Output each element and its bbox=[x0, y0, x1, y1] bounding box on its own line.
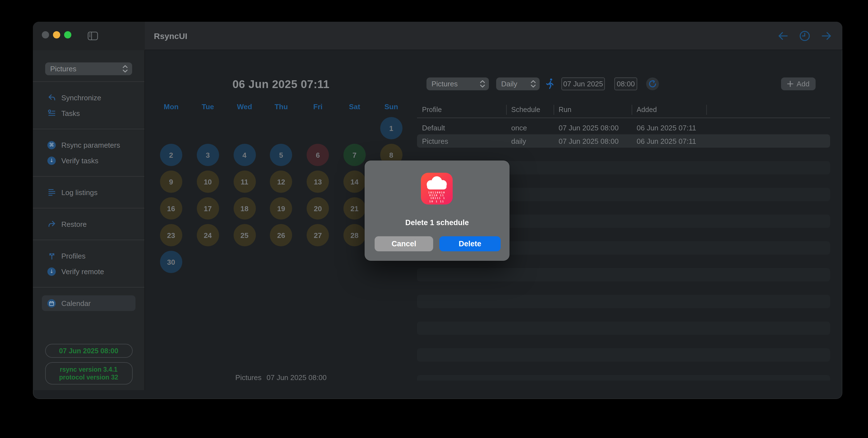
sidebar-section: ⌘Rsync parameters↓Verify tasks bbox=[33, 129, 145, 176]
dialog-buttons: Cancel Delete bbox=[375, 236, 501, 251]
add-schedule-button[interactable]: Add bbox=[781, 77, 815, 90]
calendar-day-16[interactable]: 16 bbox=[160, 197, 182, 220]
calendar-footer-datetime: 07 Jun 2025 08:00 bbox=[267, 373, 327, 382]
schedule-profile-select[interactable]: Pictures bbox=[427, 77, 489, 90]
sidebar-item-label: Log listings bbox=[61, 188, 98, 196]
cancel-button[interactable]: Cancel bbox=[375, 236, 433, 251]
add-button-label: Add bbox=[797, 80, 809, 88]
schedule-frequency-select-value: Daily bbox=[501, 80, 517, 88]
calendar-day-28[interactable]: 28 bbox=[343, 224, 366, 246]
sidebar-item-tasks[interactable]: Tasks bbox=[42, 105, 135, 121]
sidebar-item-label: Verify remote bbox=[61, 267, 104, 276]
clock-icon[interactable] bbox=[799, 30, 811, 42]
zoom-button[interactable] bbox=[64, 31, 71, 38]
sidebar-item-verify-tasks[interactable]: ↓Verify tasks bbox=[42, 153, 135, 168]
calendar-day-14[interactable]: 14 bbox=[343, 170, 366, 193]
calendar-day-23[interactable]: 23 bbox=[160, 224, 182, 246]
schedule-row-pictures[interactable]: Picturesdaily07 Jun 2025 08:0006 Jun 202… bbox=[417, 134, 830, 148]
cell-profile: Default bbox=[422, 121, 445, 134]
sidebar-item-verify-remote[interactable]: ↓Verify remote bbox=[42, 263, 135, 279]
sidebar-toggle-icon[interactable] bbox=[86, 30, 99, 42]
calendar-day-7[interactable]: 7 bbox=[343, 144, 366, 166]
schedule-time-field[interactable]: 08:00 bbox=[614, 77, 637, 90]
calendar-day-2[interactable]: 2 bbox=[160, 144, 182, 166]
sidebar-item-restore[interactable]: Restore bbox=[42, 216, 135, 232]
calendar-day-12[interactable]: 12 bbox=[270, 170, 292, 193]
column-separator[interactable] bbox=[554, 105, 554, 115]
schedule-frequency-select[interactable]: Daily bbox=[496, 77, 540, 90]
calendar-day-1[interactable]: 1 bbox=[380, 117, 402, 139]
refresh-schedule-button[interactable] bbox=[646, 77, 659, 90]
calendar-day-24[interactable]: 24 bbox=[196, 224, 219, 246]
forward-arrow-icon[interactable] bbox=[820, 30, 832, 42]
column-separator[interactable] bbox=[506, 105, 507, 115]
column-header-schedule[interactable]: Schedule bbox=[511, 106, 540, 114]
empty-table-row[interactable] bbox=[417, 295, 830, 308]
minimize-button[interactable] bbox=[53, 31, 60, 38]
schedule-date-value: 07 Jun 2025 bbox=[563, 80, 603, 88]
column-header-profile[interactable]: Profile bbox=[422, 106, 442, 114]
rsync-version-line2: protocol version 32 bbox=[59, 373, 118, 381]
sidebar-section: Log listings bbox=[33, 177, 145, 208]
sidebar-item-rsync-parameters[interactable]: ⌘Rsync parameters bbox=[42, 137, 135, 153]
empty-table-row[interactable] bbox=[417, 281, 830, 295]
calendar-day-17[interactable]: 17 bbox=[196, 197, 219, 220]
calendar-day-26[interactable]: 26 bbox=[270, 224, 292, 246]
sidebar-profile-select[interactable]: Pictures bbox=[45, 62, 132, 75]
sidebar-item-label: Profiles bbox=[61, 252, 86, 260]
calendar-day-30[interactable]: 30 bbox=[160, 251, 182, 273]
sidebar-section: SynchronizeTasks bbox=[33, 82, 145, 129]
calendar-day-27[interactable]: 27 bbox=[307, 224, 329, 246]
schedule-controls: Pictures Daily bbox=[427, 77, 659, 90]
schedule-row-default[interactable]: Defaultonce07 Jun 2025 08:0006 Jun 2025 … bbox=[417, 121, 830, 134]
column-separator[interactable] bbox=[632, 105, 632, 115]
sidebar-item-calendar[interactable]: Calendar bbox=[42, 295, 135, 311]
calendar-day-13[interactable]: 13 bbox=[307, 170, 329, 193]
chevron-up-down-icon bbox=[122, 65, 128, 73]
weekday-label-thu: Thu bbox=[263, 102, 300, 111]
titlebar: RsyncUI bbox=[33, 22, 842, 50]
empty-table-row[interactable] bbox=[417, 335, 830, 348]
empty-table-row[interactable] bbox=[417, 375, 830, 381]
empty-table-row[interactable] bbox=[417, 148, 830, 161]
calendar-day-5[interactable]: 5 bbox=[270, 144, 292, 166]
back-arrow-icon[interactable] bbox=[777, 30, 789, 42]
calendar-day-25[interactable]: 25 bbox=[233, 224, 256, 246]
calendar-day-4[interactable]: 4 bbox=[233, 144, 256, 166]
binary-rain-line: 0110 11 bbox=[429, 194, 444, 197]
schedule-date-field[interactable]: 07 Jun 2025 bbox=[561, 77, 605, 90]
calendar-day-10[interactable]: 10 bbox=[196, 170, 219, 193]
empty-table-row[interactable] bbox=[417, 268, 830, 281]
sidebar-item-label: Restore bbox=[61, 220, 87, 228]
calendar-day-18[interactable]: 18 bbox=[233, 197, 256, 220]
cell-schedule: once bbox=[511, 121, 527, 134]
empty-table-row[interactable] bbox=[417, 321, 830, 335]
empty-table-row[interactable] bbox=[417, 308, 830, 321]
sidebar-item-label: Verify tasks bbox=[61, 156, 98, 165]
sidebar-item-profiles[interactable]: Profiles bbox=[42, 248, 135, 263]
column-header-added[interactable]: Added bbox=[637, 106, 657, 114]
empty-table-row[interactable] bbox=[417, 348, 830, 362]
dialog-title: Delete 1 schedule bbox=[365, 218, 509, 227]
sidebar-item-log-listings[interactable]: Log listings bbox=[42, 184, 135, 200]
column-header-run[interactable]: Run bbox=[559, 106, 571, 114]
calendar-day-19[interactable]: 19 bbox=[270, 197, 292, 220]
delete-button[interactable]: Delete bbox=[439, 236, 501, 251]
calendar-footer: Pictures 07 Jun 2025 08:00 bbox=[145, 373, 417, 382]
table-header-divider bbox=[417, 118, 830, 118]
empty-table-row[interactable] bbox=[417, 362, 830, 375]
screen: RsyncUI bbox=[0, 0, 868, 438]
column-separator[interactable] bbox=[706, 105, 707, 115]
close-button[interactable] bbox=[42, 31, 49, 38]
window-title: RsyncUI bbox=[154, 22, 187, 50]
calendar-day-21[interactable]: 21 bbox=[343, 197, 366, 220]
binary-rain: 101100100110 11 10111 110 1 11 bbox=[421, 191, 453, 203]
forward-share-arrow-icon bbox=[47, 219, 56, 229]
calendar-day-20[interactable]: 20 bbox=[307, 197, 329, 220]
schedule-time-value: 08:00 bbox=[617, 80, 635, 88]
calendar-day-6[interactable]: 6 bbox=[307, 144, 329, 166]
sidebar-item-synchronize[interactable]: Synchronize bbox=[42, 90, 135, 105]
calendar-day-11[interactable]: 11 bbox=[233, 170, 256, 193]
calendar-day-9[interactable]: 9 bbox=[160, 170, 182, 193]
calendar-day-3[interactable]: 3 bbox=[196, 144, 219, 166]
